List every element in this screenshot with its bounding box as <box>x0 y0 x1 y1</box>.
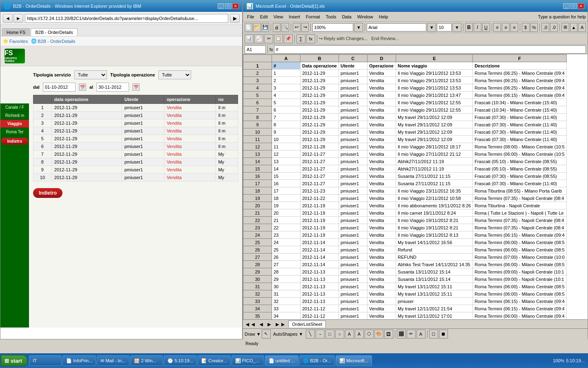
taskbar-infoprin[interactable]: 📄 InfoPrin... <box>62 355 96 366</box>
taskbar-pico[interactable]: 📊 PICO_... <box>232 355 264 366</box>
excel-cell-r19-c3[interactable]: Vendita <box>367 195 396 202</box>
excel-cell-r18-c0[interactable]: 17 <box>272 187 301 195</box>
excel-cell-r2-c1[interactable]: 2012-11-29 <box>301 70 339 77</box>
excel-cell-r17-c0[interactable]: 16 <box>272 180 301 187</box>
align-center-btn[interactable]: ≡ <box>502 23 510 32</box>
taskbar-windows[interactable]: 🪟 2 Win... <box>130 355 163 366</box>
excel-cell-r24-c1[interactable]: 2012-11-19 <box>301 231 339 239</box>
col-C[interactable]: C <box>339 55 367 62</box>
excel-cell-r10-c5[interactable]: Frascati (07:30) - Milano Centrale (11:4… <box>473 128 567 136</box>
menu-view[interactable]: View <box>271 13 286 20</box>
ie-main-tab[interactable]: B2B - OrderDetails <box>31 28 77 36</box>
col-E[interactable]: E <box>396 55 472 62</box>
excel-cell-r31-c3[interactable]: Vendita <box>367 283 396 290</box>
draw-line-color[interactable]: ✏ <box>407 330 416 339</box>
excel-cell-r29-c3[interactable]: Vendita <box>367 268 396 276</box>
new-btn[interactable]: 📄 <box>245 23 252 32</box>
excel-cell-r12-c1[interactable]: 2012-11-28 <box>301 143 339 150</box>
start-button[interactable]: ⊞ start <box>1 355 27 366</box>
excel-cell-r33-c4[interactable]: pmiuser <box>396 298 472 305</box>
excel-cell-r35-c5[interactable]: Roma Termini (06:00) - Milano Centrale (… <box>473 312 567 320</box>
zoom-box[interactable] <box>312 23 353 31</box>
excel-cell-r4-c4[interactable]: Il mio Viaggio 29/11/2012 13:53 <box>396 84 472 92</box>
cell-ref-input[interactable] <box>245 45 266 54</box>
excel-cell-r35-c0[interactable]: 34 <box>272 312 301 320</box>
excel-cell-r16-c4[interactable]: Susanta 27/11/2012 11:15 <box>396 173 472 180</box>
excel-cell-r2-c2[interactable]: pmiuser1 <box>339 70 367 77</box>
excel-cell-r25-c2[interactable]: pmiuser1 <box>339 239 367 246</box>
italic-btn[interactable]: I <box>474 23 481 32</box>
align-left-btn[interactable]: ≡ <box>493 23 501 32</box>
excel-cell-r30-c4[interactable]: Susanta 13/11/2012 15:14 <box>396 276 472 283</box>
font-box[interactable] <box>367 23 426 31</box>
excel-header-cell-1[interactable]: Data operazione <box>301 62 339 70</box>
excel-cell-r12-c4[interactable]: Il mio Viaggio 28/11/2012 18:17 <box>396 143 472 150</box>
excel-cell-r12-c0[interactable]: 11 <box>272 143 301 150</box>
excel-cell-r20-c5[interactable]: Roma Tiburtina - Napoli Centrale <box>473 202 567 209</box>
sheet-tab-orderlist[interactable]: OrderListSheet <box>288 321 326 328</box>
excel-cell-r21-c3[interactable]: Vendita <box>367 209 396 217</box>
table-row[interactable]: 62012-11-29pmiuser1VenditaIl m <box>33 143 238 150</box>
excel-cell-r6-c4[interactable]: Il mio Viaggio 29/11/2012 12:55 <box>396 99 472 106</box>
excel-cell-r35-c2[interactable]: pmiuser1 <box>339 312 367 320</box>
currency-btn[interactable]: $ <box>522 23 530 32</box>
excel-cell-r8-c1[interactable]: 2012-11-29 <box>301 114 339 121</box>
excel-cell-r33-c2[interactable]: pmiuser1 <box>339 298 367 305</box>
increase-decimal-btn[interactable]: ,0 <box>541 23 549 32</box>
excel-cell-r4-c1[interactable]: 2012-11-29 <box>301 84 339 92</box>
excel-cell-r23-c5[interactable]: Roma Termini (07:35) - Napoli Centrale (… <box>473 224 567 231</box>
excel-cell-r35-c4[interactable]: My travel 12/11/2012 17:01 <box>396 312 472 320</box>
excel-cell-r25-c1[interactable]: 2012-11-14 <box>301 239 339 246</box>
excel-cell-r4-c3[interactable]: Vendita <box>367 84 396 92</box>
table-row[interactable]: 82012-11-29pmiuser1VenditaMy <box>33 158 238 166</box>
col-D[interactable]: D <box>367 55 396 62</box>
excel-cell-r17-c1[interactable]: 2012-11-27 <box>301 180 339 187</box>
tipo-operazione-select[interactable]: Tutte <box>158 70 191 79</box>
excel-cell-r3-c0[interactable]: 2 <box>272 77 301 84</box>
tb2-btn3[interactable]: ✂ <box>264 34 273 43</box>
ie-home-tab[interactable]: Home FS <box>2 28 30 36</box>
excel-cell-r32-c4[interactable]: My travel 13/11/2012 15:11 <box>396 290 472 298</box>
excel-cell-r16-c3[interactable]: Vendita <box>367 173 396 180</box>
undo-btn[interactable]: ↩ <box>293 23 301 32</box>
excel-cell-r26-c1[interactable]: 2012-11-14 <box>301 246 339 254</box>
draw-shadows[interactable]: ◻ <box>429 330 438 339</box>
excel-cell-r26-c3[interactable]: Vendita <box>367 246 396 254</box>
excel-grid-container[interactable]: A B C D E F 1#Data operazioneUtenteOpera… <box>243 54 588 319</box>
excel-cell-r30-c0[interactable]: 29 <box>272 276 301 283</box>
taskbar-microsoft[interactable]: 📊 Microsoft... <box>336 355 372 366</box>
excel-cell-r31-c4[interactable]: My travel 13/11/2012 15:11 <box>396 283 472 290</box>
draw-clipart[interactable]: 🎨 <box>374 330 383 339</box>
excel-cell-r9-c2[interactable]: pmiuser1 <box>339 121 367 128</box>
excel-cell-r13-c2[interactable]: pmiuser1 <box>339 150 367 158</box>
excel-cell-r8-c5[interactable]: Frascati (07:30) - Milano Centrale (11:4… <box>473 114 567 121</box>
draw-textbox[interactable]: A <box>345 330 354 339</box>
excel-cell-r3-c5[interactable]: Roma Termini (06:25) - Milano Centrale (… <box>473 77 567 84</box>
excel-cell-r18-c3[interactable]: Vendita <box>367 187 396 195</box>
excel-cell-r33-c5[interactable]: Roma Termini (06:15) - Milano Centrale (… <box>473 298 567 305</box>
ie-favorites-btn[interactable]: ⭐ Favorites <box>3 38 28 44</box>
menu-file[interactable]: File <box>245 13 257 20</box>
table-row[interactable]: 72012-11-29pmiuser1VenditaMy <box>33 150 238 158</box>
excel-cell-r23-c4[interactable]: Il mio Viaggio 19/11/2012 8:21 <box>396 224 472 231</box>
font-color-btn[interactable]: A <box>578 23 586 32</box>
excel-cell-r4-c0[interactable]: 3 <box>272 84 301 92</box>
excel-cell-r18-c5[interactable]: Roma Tiburtina (08:55) - Milano Porta Ga… <box>473 187 567 195</box>
excel-cell-r23-c3[interactable]: Vendita <box>367 224 396 231</box>
table-row[interactable]: 52012-11-29pmiuser1VenditaIl m <box>33 135 238 143</box>
excel-cell-r8-c3[interactable]: Vendita <box>367 114 396 121</box>
taskbar-clock-app[interactable]: 🕐 5:10:19... <box>164 355 197 366</box>
bold-btn[interactable]: B <box>465 23 473 32</box>
fill-color-btn[interactable]: ▲ <box>570 23 578 32</box>
menu-tools[interactable]: Tools <box>323 13 339 20</box>
draw-rect[interactable]: □ <box>325 330 334 339</box>
tb2-btn6[interactable]: ∑ <box>296 34 305 43</box>
tb2-btn4[interactable]: 📋 <box>274 34 283 43</box>
excel-cell-r6-c1[interactable]: 2012-11-29 <box>301 99 339 106</box>
save-btn[interactable]: 💾 <box>262 23 270 32</box>
excel-cell-r30-c2[interactable]: pmiuser1 <box>339 276 367 283</box>
sidebar-roma[interactable]: Roma Ter <box>0 128 29 136</box>
table-row[interactable]: 32012-11-29pmiuser1VenditaIl m <box>33 119 238 127</box>
excel-cell-r28-c0[interactable]: 27 <box>272 261 301 268</box>
excel-cell-r22-c3[interactable]: Vendita <box>367 217 396 224</box>
